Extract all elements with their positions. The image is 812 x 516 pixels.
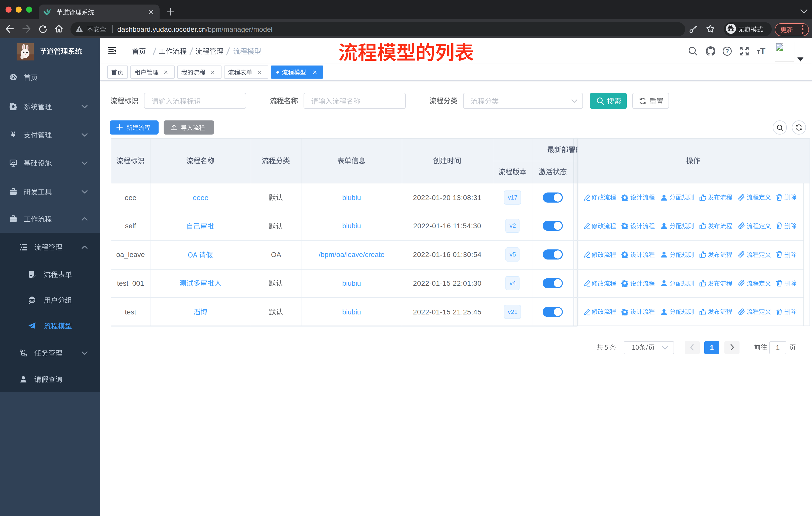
svg-text:?: ? [725, 48, 729, 54]
